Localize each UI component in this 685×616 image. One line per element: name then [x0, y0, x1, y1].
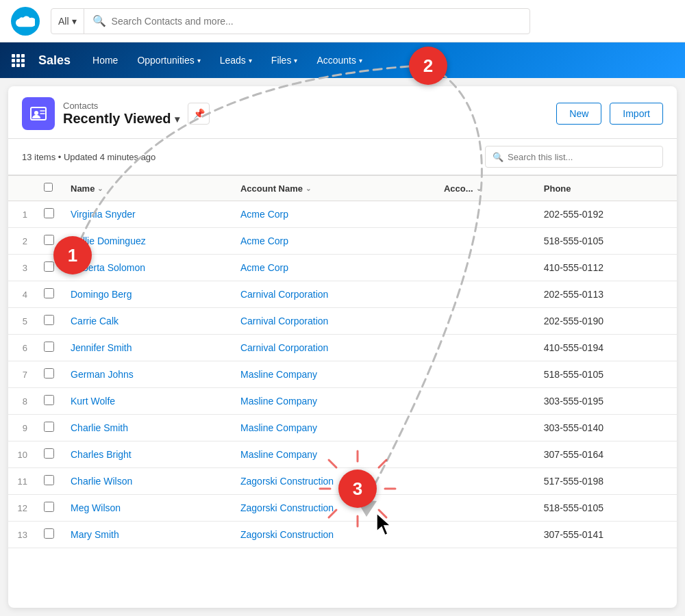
account-name-link[interactable]: Masline Company: [240, 369, 317, 380]
row-checkbox-cell[interactable]: [36, 388, 62, 415]
col-name-header[interactable]: Name ⌄: [62, 176, 232, 201]
row-checkbox[interactable]: [44, 342, 54, 352]
contact-name-link[interactable]: Carrie Calk: [71, 316, 119, 326]
row-checkbox[interactable]: [44, 395, 54, 405]
row-checkbox[interactable]: [44, 528, 54, 539]
contact-name-link[interactable]: Virginia Snyder: [71, 209, 136, 220]
search-bar[interactable]: All ▾ 🔍: [51, 8, 530, 34]
contact-name-link[interactable]: Jennifer Smith: [71, 342, 132, 353]
contact-name-link[interactable]: Mary Smith: [71, 529, 119, 540]
account-name-cell[interactable]: Zagorski Construction: [232, 468, 436, 495]
contact-name-cell[interactable]: Mary Smith: [62, 522, 232, 548]
account-name-link[interactable]: Carnival Corporation: [240, 316, 328, 326]
nav-item-files[interactable]: Files ▾: [263, 49, 306, 71]
account-name-cell[interactable]: Zagorski Construction: [232, 522, 436, 548]
contact-name-cell[interactable]: Virginia Snyder: [62, 201, 232, 228]
contact-name-cell[interactable]: Meg Wilson: [62, 495, 232, 522]
row-checkbox[interactable]: [44, 368, 54, 378]
nav-item-home[interactable]: Home: [84, 49, 126, 71]
account-name-cell[interactable]: Carnival Corporation: [232, 281, 436, 308]
row-checkbox[interactable]: [44, 502, 54, 512]
account-name-cell[interactable]: Carnival Corporation: [232, 308, 436, 335]
contact-name-cell[interactable]: Jennifer Smith: [62, 335, 232, 361]
contact-name-link[interactable]: Charlie Smith: [71, 422, 128, 433]
account-name-link[interactable]: Zagorski Construction: [240, 502, 334, 513]
view-dropdown-icon[interactable]: ▾: [175, 114, 179, 125]
row-checkbox[interactable]: [44, 475, 54, 485]
contact-name-link[interactable]: Kurt Wolfe: [71, 396, 115, 407]
row-checkbox[interactable]: [44, 235, 54, 245]
pin-button[interactable]: 📌: [188, 103, 210, 125]
row-checkbox-cell[interactable]: [36, 495, 62, 522]
row-checkbox-cell[interactable]: [36, 441, 62, 468]
row-checkbox[interactable]: [44, 261, 54, 272]
row-checkbox[interactable]: [44, 422, 54, 432]
account-name-cell[interactable]: Carnival Corporation: [232, 335, 436, 361]
contact-name-link[interactable]: Charlie Wilson: [71, 476, 132, 487]
account-name-cell[interactable]: Masline Company: [232, 361, 436, 388]
account-name-cell[interactable]: Acme Corp: [232, 228, 436, 255]
row-checkbox-cell[interactable]: [36, 361, 62, 388]
contact-name-cell[interactable]: Charles Bright: [62, 441, 232, 468]
account-name-link[interactable]: Zagorski Construction: [240, 476, 334, 487]
contact-name-cell[interactable]: Charlie Smith: [62, 415, 232, 441]
row-checkbox-cell[interactable]: [36, 335, 62, 361]
account-name-cell[interactable]: Zagorski Construction: [232, 495, 436, 522]
search-list-input[interactable]: [508, 152, 656, 162]
row-checkbox-cell[interactable]: [36, 468, 62, 495]
account-name-cell[interactable]: Acme Corp: [232, 255, 436, 281]
account-name-cell[interactable]: Acme Corp: [232, 201, 436, 228]
col-accoowner-header[interactable]: Acco... ⌄: [436, 176, 536, 201]
contact-name-link[interactable]: German Johns: [71, 369, 134, 380]
contact-name-cell[interactable]: Carrie Calk: [62, 308, 232, 335]
row-checkbox-cell[interactable]: [36, 201, 62, 228]
col-checkbox-header[interactable]: [36, 176, 62, 201]
contact-name-link[interactable]: Roberta Solomon: [71, 262, 145, 273]
contact-name-link[interactable]: Nellie Dominguez: [71, 235, 146, 246]
account-owner-cell: [436, 335, 536, 361]
salesforce-logo[interactable]: [11, 7, 40, 36]
account-name-cell[interactable]: Masline Company: [232, 415, 436, 441]
search-input[interactable]: [112, 16, 521, 27]
new-button[interactable]: New: [556, 103, 601, 125]
row-checkbox-cell[interactable]: [36, 255, 62, 281]
nav-item-opportunities[interactable]: Opportunities ▾: [129, 49, 208, 71]
account-name-link[interactable]: Masline Company: [240, 396, 317, 407]
contact-name-link[interactable]: Domingo Berg: [71, 289, 132, 300]
row-checkbox-cell[interactable]: [36, 308, 62, 335]
row-checkbox[interactable]: [44, 315, 54, 325]
contact-name-cell[interactable]: German Johns: [62, 361, 232, 388]
contact-name-cell[interactable]: Kurt Wolfe: [62, 388, 232, 415]
contact-name-link[interactable]: Meg Wilson: [71, 502, 121, 513]
col-account-header[interactable]: Account Name ⌄: [232, 176, 436, 201]
row-checkbox[interactable]: [44, 288, 54, 298]
row-checkbox-cell[interactable]: [36, 281, 62, 308]
row-checkbox-cell[interactable]: [36, 415, 62, 441]
nav-item-accounts[interactable]: Accounts ▾: [308, 49, 371, 71]
contact-name-link[interactable]: Charles Bright: [71, 449, 132, 460]
account-name-link[interactable]: Masline Company: [240, 422, 317, 433]
import-button[interactable]: Import: [610, 103, 663, 125]
contact-name-cell[interactable]: Roberta Solomon: [62, 255, 232, 281]
account-name-link[interactable]: Carnival Corporation: [240, 289, 328, 300]
nav-item-leads[interactable]: Leads ▾: [212, 49, 260, 71]
account-name-link[interactable]: Acme Corp: [240, 262, 288, 273]
select-all-checkbox[interactable]: [44, 183, 53, 192]
row-checkbox[interactable]: [44, 208, 54, 218]
row-checkbox[interactable]: [44, 448, 54, 459]
account-name-cell[interactable]: Masline Company: [232, 388, 436, 415]
account-name-link[interactable]: Acme Corp: [240, 235, 288, 246]
contact-name-cell[interactable]: Domingo Berg: [62, 281, 232, 308]
account-name-link[interactable]: Zagorski Construction: [240, 529, 334, 540]
search-list[interactable]: 🔍: [485, 146, 663, 168]
account-name-link[interactable]: Acme Corp: [240, 209, 288, 220]
contact-name-cell[interactable]: Nellie Dominguez: [62, 228, 232, 255]
account-name-cell[interactable]: Masline Company: [232, 441, 436, 468]
row-checkbox-cell[interactable]: [36, 522, 62, 548]
account-name-link[interactable]: Masline Company: [240, 449, 317, 460]
contact-name-cell[interactable]: Charlie Wilson: [62, 468, 232, 495]
row-checkbox-cell[interactable]: [36, 228, 62, 255]
account-name-link[interactable]: Carnival Corporation: [240, 342, 328, 353]
search-filter-dropdown[interactable]: All ▾: [51, 9, 84, 34]
app-launcher-icon[interactable]: [5, 48, 30, 73]
